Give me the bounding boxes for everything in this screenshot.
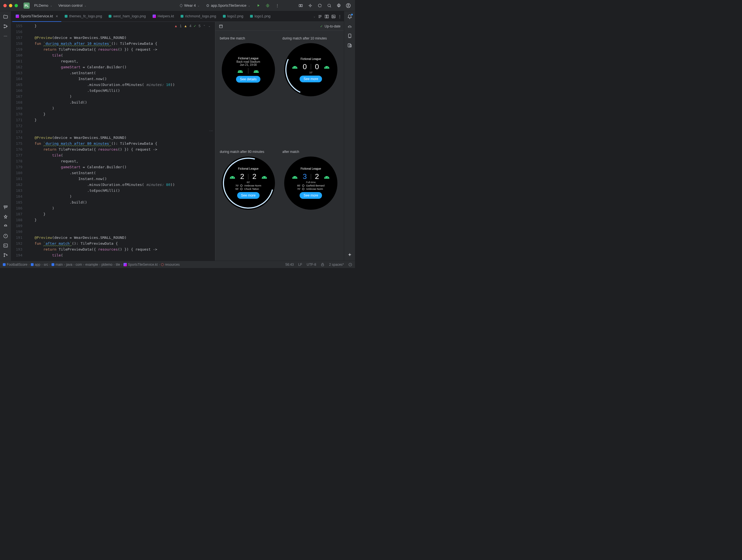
android-tool-icon[interactable]: [2, 222, 9, 231]
gradle-tool-icon[interactable]: [346, 22, 354, 30]
preview-during-80[interactable]: during match after 80 minutes Fictional …: [220, 150, 277, 255]
line-ending[interactable]: LF: [298, 263, 302, 266]
preview-after-match[interactable]: after match Fictional League 3 2 Full-ti…: [282, 150, 340, 255]
file-encoding[interactable]: UTF-8: [307, 263, 316, 266]
tab-logo1[interactable]: logo1.png: [247, 11, 274, 22]
svg-point-28: [255, 71, 256, 72]
see-more-button[interactable]: See more: [300, 192, 322, 199]
inspections-icon[interactable]: [307, 2, 314, 9]
see-details-button[interactable]: See details: [236, 76, 260, 83]
readonly-icon[interactable]: [321, 263, 324, 266]
breadcrumb-item[interactable]: pldemo: [101, 263, 112, 266]
svg-rect-17: [4, 244, 8, 247]
svg-point-38: [294, 177, 294, 177]
image-icon: [223, 15, 226, 18]
more-tool-icon[interactable]: ⋯: [2, 32, 9, 40]
code-content[interactable]: } @Preview(device = WearDevices.SMALL_RO…: [26, 22, 215, 261]
svg-point-18: [4, 253, 5, 254]
zoom-window-icon[interactable]: [14, 4, 18, 7]
tabs-overflow-icon[interactable]: ⌄: [313, 15, 316, 18]
editor-layout-icon[interactable]: [318, 14, 322, 19]
svg-point-39: [296, 177, 296, 177]
breadcrumb-item[interactable]: resources: [161, 263, 180, 266]
account-icon[interactable]: [345, 2, 352, 9]
right-tool-strip: [344, 11, 355, 261]
svg-rect-23: [332, 15, 335, 18]
breadcrumb-item[interactable]: src: [44, 263, 48, 266]
breadcrumb-item[interactable]: main: [52, 263, 63, 266]
project-badge[interactable]: PL: [23, 3, 30, 9]
problems-tool-icon[interactable]: [2, 232, 9, 240]
vcs-dropdown[interactable]: Version control⌄: [57, 2, 88, 9]
close-icon[interactable]: ×: [56, 14, 58, 18]
sync-icon[interactable]: [316, 2, 323, 9]
emulator-tool-icon[interactable]: [346, 42, 354, 49]
preview-before-match[interactable]: before the match Fictional League Back r…: [220, 36, 277, 142]
tab-logo2[interactable]: logo2.png: [219, 11, 247, 22]
editor-column: SportsTileService.kt× themes_fc_logo.png…: [11, 11, 344, 261]
build-tool-icon[interactable]: [2, 204, 9, 211]
breadcrumb-item[interactable]: tile: [116, 263, 120, 266]
splitter-handle[interactable]: ⸽: [208, 130, 214, 132]
terminal-tool-icon[interactable]: [2, 242, 9, 250]
image-icon: [250, 15, 253, 18]
search-icon[interactable]: [326, 2, 333, 9]
preview-panel: ✓Up-to-date before the match Fictional L…: [215, 22, 344, 261]
svg-rect-4: [299, 4, 301, 7]
favorites-tool-icon[interactable]: [2, 213, 9, 221]
project-tool-icon[interactable]: [2, 13, 9, 21]
ai-assistant-icon[interactable]: [346, 251, 354, 259]
title-bar: PL PLDemo⌄ Version control⌄ Wear 4⌄ app.…: [0, 0, 355, 11]
breadcrumb-item[interactable]: SportsTileService.kt: [123, 263, 158, 266]
editor-tabs: SportsTileService.kt× themes_fc_logo.png…: [11, 11, 344, 22]
svg-point-12: [4, 27, 5, 28]
vcs-tool-icon[interactable]: [2, 251, 9, 259]
project-dropdown[interactable]: PLDemo⌄: [33, 2, 54, 9]
tab-sports-tile-service[interactable]: SportsTileService.kt×: [12, 11, 61, 22]
svg-point-14: [5, 225, 5, 226]
indent-settings[interactable]: 2 spaces*: [329, 263, 344, 266]
editor-more-icon[interactable]: ⋮: [338, 14, 341, 18]
breadcrumb-item[interactable]: app: [31, 263, 40, 266]
svg-point-0: [180, 4, 182, 6]
more-actions-icon[interactable]: ⋮: [274, 2, 280, 9]
preview-during-10[interactable]: during match after 10 minutes Fictional …: [282, 36, 340, 142]
breadcrumb-item[interactable]: example: [86, 263, 98, 266]
breadcrumb-item[interactable]: java: [66, 263, 72, 266]
editor-preview-icon[interactable]: [331, 14, 336, 19]
svg-point-7: [328, 4, 330, 6]
caret-position[interactable]: 56:43: [285, 263, 294, 266]
editor-split-icon[interactable]: [324, 14, 329, 19]
tab-themes-fc-logo[interactable]: themes_fc_logo.png: [61, 11, 105, 22]
device-selector[interactable]: Wear 4⌄: [177, 2, 202, 9]
svg-rect-2: [207, 5, 209, 6]
notifications-icon[interactable]: [346, 13, 354, 21]
close-window-icon[interactable]: [3, 4, 7, 7]
minimize-window-icon[interactable]: [9, 4, 12, 7]
tab-richmond-logo[interactable]: richmond_logo.png: [177, 11, 219, 22]
svg-point-24: [333, 16, 333, 16]
image-icon: [65, 15, 67, 18]
breadcrumb-item[interactable]: com: [75, 263, 82, 266]
svg-point-26: [239, 71, 240, 72]
svg-point-3: [267, 5, 268, 6]
svg-point-29: [257, 71, 258, 72]
run-button[interactable]: [255, 2, 262, 9]
svg-point-41: [328, 177, 328, 177]
tab-west-ham-logo[interactable]: west_ham_logo.png: [105, 11, 149, 22]
run-config-selector[interactable]: app.SportsTileService⌄: [204, 2, 252, 9]
device-manager-icon[interactable]: [346, 32, 354, 40]
breadcrumb-item[interactable]: FootballScore: [3, 263, 28, 266]
debug-button[interactable]: [264, 2, 271, 9]
preview-refresh-icon[interactable]: [219, 24, 223, 29]
structure-tool-icon[interactable]: [2, 22, 9, 30]
status-bar: 56:43 LF UTF-8 2 spaces*: [285, 263, 352, 266]
code-editor[interactable]: ▲1 ▲4 ✓5 ⌃⌄ 1551561571581591601611621631…: [11, 22, 215, 261]
svg-rect-21: [325, 15, 326, 18]
inspection-widget[interactable]: ▲1 ▲4 ✓5 ⌃⌄: [172, 23, 212, 29]
ide-status-icon[interactable]: [348, 263, 352, 266]
code-with-me-icon[interactable]: [297, 2, 304, 9]
gutter: 1551561571581591601611621631641651661671…: [11, 22, 26, 261]
tab-helpers[interactable]: Helpers.kt: [149, 11, 177, 22]
settings-icon[interactable]: [335, 2, 342, 9]
